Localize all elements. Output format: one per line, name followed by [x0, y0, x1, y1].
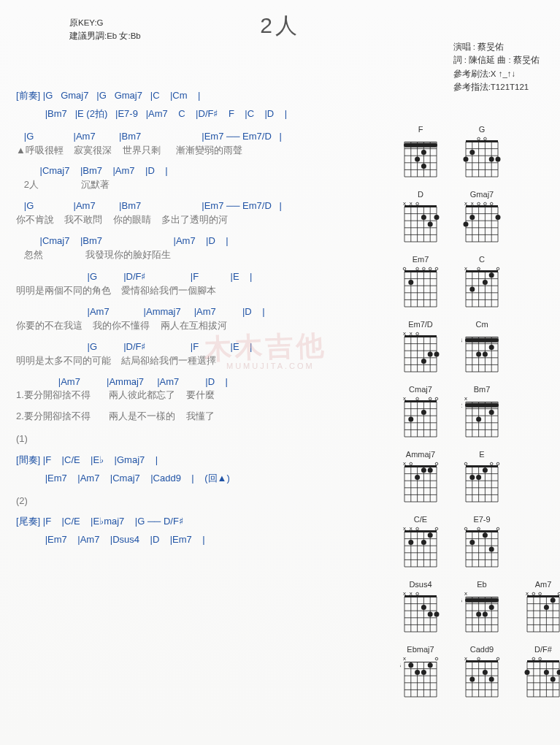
svg-point-212 — [476, 475, 481, 480]
svg-point-88 — [435, 267, 438, 270]
performer-line: 演唱 : 蔡旻佑 — [453, 40, 540, 53]
verse1-lyric-4: 忽然 我發現你的臉好陌生 — [16, 248, 387, 262]
verse1-chord-1: |G |Am7 |Bm7 |Em7 ── Em7/D | — [16, 130, 387, 144]
svg-point-66 — [477, 202, 480, 205]
svg-rect-305 — [404, 662, 437, 662]
svg-point-267 — [428, 612, 433, 617]
fretboard-icon: x2 — [461, 396, 502, 440]
chord-name-label: Cmaj7 — [409, 385, 432, 394]
svg-rect-12 — [404, 143, 437, 148]
svg-text:x: x — [410, 331, 413, 337]
svg-text:6: 6 — [400, 662, 401, 669]
svg-point-356 — [525, 670, 530, 675]
svg-text:x: x — [410, 526, 413, 532]
diagram-row: Em7Cx — [394, 255, 551, 310]
svg-point-156 — [416, 397, 419, 400]
svg-rect-161 — [466, 402, 498, 402]
chord-diagram-c: Cx — [461, 255, 502, 310]
fretboard-icon: xx — [461, 201, 502, 245]
svg-point-14 — [421, 150, 426, 155]
svg-point-29 — [484, 137, 487, 140]
svg-text:x: x — [464, 396, 467, 402]
svg-point-157 — [429, 397, 431, 400]
chord-name-label: F — [418, 125, 423, 134]
chord-diagram-eb: Ebx6 — [461, 580, 502, 635]
chord-name-label: D — [418, 190, 423, 199]
svg-point-339 — [469, 677, 475, 682]
chord-name-label: Ammaj7 — [406, 450, 435, 459]
chord-diagram-gmaj7: Gmaj7xx — [461, 190, 502, 245]
svg-point-33 — [496, 157, 501, 162]
svg-rect-269 — [466, 597, 498, 597]
svg-point-51 — [434, 215, 440, 220]
chorus-lyric-3: 明明是太多不同的可能 結局卻給我們一種選擇 — [16, 354, 387, 368]
svg-point-285 — [489, 605, 494, 610]
svg-point-357 — [544, 670, 549, 675]
svg-point-301 — [539, 592, 542, 595]
svg-point-87 — [429, 267, 431, 270]
fretboard-icon — [400, 266, 441, 310]
svg-point-71 — [496, 215, 501, 220]
chorus-chord-4: |Am7 |Ammaj7 |Am7 |D | — [16, 375, 387, 389]
chord-diagram-cm: Cm3 — [461, 320, 502, 375]
diagram-row: Ammaj7xE — [394, 450, 551, 505]
chord-name-label: E — [479, 450, 484, 459]
svg-point-32 — [489, 157, 494, 162]
svg-point-84 — [403, 267, 406, 270]
chord-diagram-em7d: Em7/Dxx — [400, 320, 441, 375]
chorus-lyric-2: 你要的不在我這 我的你不懂得 兩人在互相拔河 — [16, 319, 387, 333]
svg-point-321 — [421, 670, 426, 675]
svg-point-141 — [489, 345, 494, 350]
intro-line-2: |Bm7 |E (2拍) |E7-9 |Am7 C |D/F♯ F |C |D … — [16, 107, 387, 121]
svg-point-31 — [469, 150, 475, 155]
chord-name-label: Eb — [477, 580, 486, 589]
svg-point-192 — [435, 462, 438, 465]
svg-point-89 — [408, 280, 413, 285]
svg-text:x: x — [464, 591, 467, 597]
svg-point-194 — [421, 467, 426, 473]
svg-point-68 — [490, 202, 493, 205]
fretboard-icon: x — [461, 266, 502, 310]
svg-point-140 — [483, 352, 488, 357]
credits-line: 詞 : 陳信延 曲 : 蔡旻佑 — [453, 53, 540, 66]
svg-point-318 — [435, 657, 438, 660]
svg-point-246 — [477, 527, 480, 530]
chorus-chord-2: |Am7 |Ammaj7 |Am7 |D | — [16, 305, 387, 319]
diagram-row: C/ExxE7-9 — [394, 515, 551, 570]
marker-2: (2) — [16, 494, 387, 508]
fretboard-icon: xx — [400, 331, 441, 375]
svg-text:x: x — [403, 591, 406, 597]
chord-name-label: D/F# — [534, 645, 552, 654]
strumming-line: 參考刷法:X ↑_↑↓ — [453, 67, 540, 80]
svg-point-337 — [477, 657, 480, 660]
svg-point-300 — [532, 592, 535, 595]
diagram-row: FG — [394, 125, 551, 180]
chord-name-label: C — [479, 255, 485, 264]
chord-name-label: Bm7 — [474, 385, 491, 394]
chord-name-label: Cadd9 — [470, 645, 494, 654]
svg-point-232 — [428, 532, 433, 538]
diagram-row: Em7/DxxCm3 — [394, 320, 551, 375]
svg-point-249 — [483, 532, 488, 538]
fretboard-icon — [461, 136, 502, 180]
svg-point-303 — [544, 605, 549, 610]
svg-point-228 — [416, 527, 419, 530]
chord-diagram-cadd9: Cadd9x — [461, 645, 502, 700]
chord-diagram-ammaj7: Ammaj7x — [400, 450, 441, 505]
svg-point-358 — [551, 677, 556, 682]
interlude-line-1: [間奏] |F |C/E |E♭ |Gmaj7 | — [16, 454, 387, 467]
svg-point-322 — [428, 662, 433, 668]
svg-point-209 — [490, 462, 493, 465]
svg-rect-0 — [404, 142, 437, 142]
chord-diagram-cmaj7: Cmaj7x — [400, 385, 441, 440]
svg-point-15 — [421, 164, 426, 169]
svg-point-265 — [416, 592, 419, 595]
diagram-row: DxxGmaj7xx — [394, 190, 551, 245]
fretboard-icon — [461, 461, 502, 505]
fretboard-icon — [523, 656, 560, 700]
chord-diagram-d: Dxx — [400, 190, 441, 245]
svg-point-48 — [416, 202, 419, 205]
svg-text:6: 6 — [461, 597, 462, 604]
chord-diagram-bm7: Bm7x2 — [461, 385, 502, 440]
svg-point-158 — [435, 397, 438, 400]
